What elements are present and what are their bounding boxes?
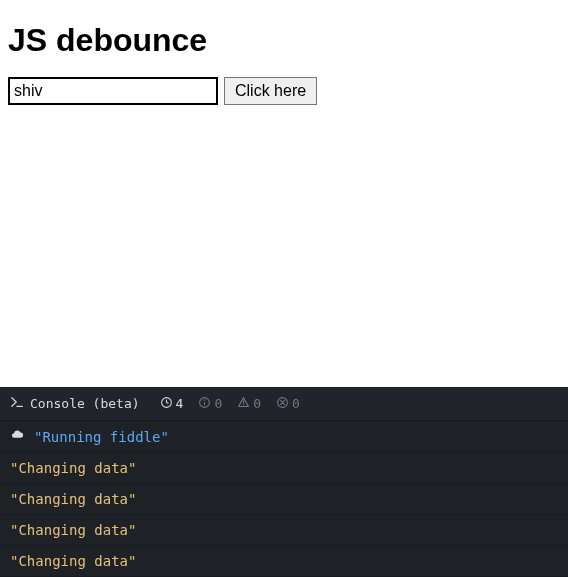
console-title[interactable]: Console (beta) [30,396,140,411]
info-icon [198,396,211,412]
stat-warnings[interactable]: 0 [237,396,261,412]
click-here-button[interactable]: Click here [224,77,317,105]
stat-logs-count: 4 [176,396,184,411]
log-row: "Changing data" [0,453,568,484]
svg-point-2 [204,399,206,401]
log-message: "Changing data" [10,460,136,476]
stat-errors-count: 0 [292,396,300,411]
stat-logs[interactable]: 4 [160,396,184,412]
stat-info-count: 0 [214,396,222,411]
console-log-list: "Running fiddle" "Changing data" "Changi… [0,421,568,577]
console-header: Console (beta) 4 0 0 0 [0,387,568,421]
stat-warnings-count: 0 [253,396,261,411]
cloud-icon [10,428,24,445]
log-row: "Changing data" [0,515,568,546]
log-message: "Changing data" [10,491,136,507]
stat-info[interactable]: 0 [198,396,222,412]
log-message: "Changing data" [10,522,136,538]
log-row: "Changing data" [0,484,568,515]
text-input[interactable] [8,77,218,105]
log-message: "Changing data" [10,553,136,569]
stat-errors[interactable]: 0 [276,396,300,412]
result-pane: JS debounce Click here [0,0,568,387]
warning-icon [237,396,250,412]
log-message: "Running fiddle" [34,429,169,445]
log-row: "Running fiddle" [0,421,568,453]
controls-row: Click here [8,77,560,105]
log-row: "Changing data" [0,546,568,577]
console-panel: Console (beta) 4 0 0 0 [0,387,568,577]
error-icon [276,396,289,412]
clock-icon [160,396,173,412]
prompt-icon [10,395,24,412]
page-title: JS debounce [8,22,560,59]
svg-point-3 [243,404,244,405]
